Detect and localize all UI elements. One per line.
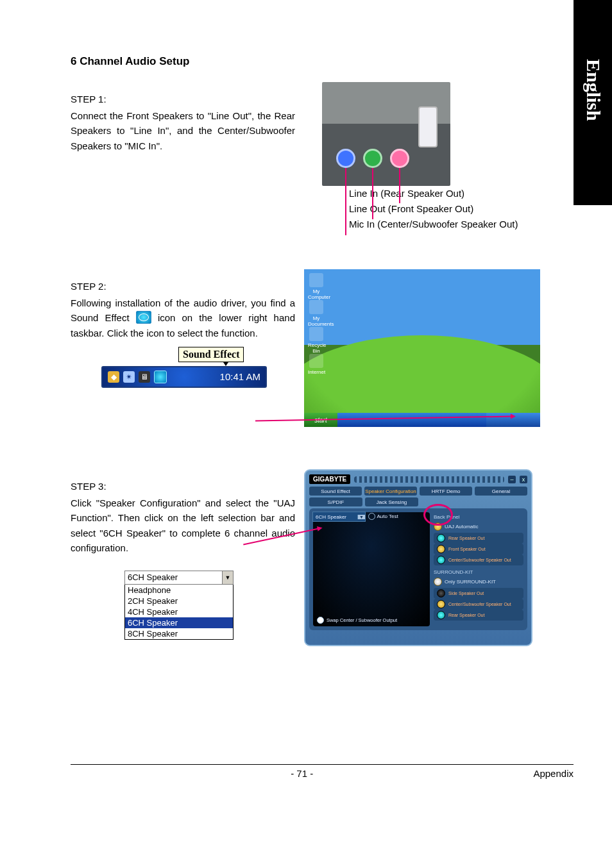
panel-tab[interactable]: General [475, 487, 527, 496]
status-led-icon [437, 589, 445, 597]
line-out-jack-icon [363, 149, 382, 168]
step3-row: STEP 3: Click "Speaker Configuration" an… [71, 469, 545, 646]
dropdown-option[interactable]: Headphone [125, 585, 233, 596]
output-row[interactable]: Center/Subwoofer Speaker Out [434, 599, 523, 610]
swap-label: Swap Center / Subwoofer Output [327, 617, 397, 623]
chevron-down-icon[interactable]: ▼ [357, 515, 365, 519]
panel-tabs-row1: Sound EffectSpeaker ConfigurationHRTF De… [309, 487, 527, 496]
swap-center-sub-radio[interactable]: Swap Center / Subwoofer Output [317, 617, 397, 624]
status-led-icon [437, 556, 445, 564]
mic-in-jack-icon [390, 149, 409, 168]
dropdown-option[interactable]: 4CH Speaker [125, 606, 233, 617]
panel-speaker-select[interactable]: 6CH Speaker ▼ [312, 512, 366, 522]
dropdown-selected[interactable]: 6CH Speaker ▼ [124, 571, 234, 585]
dropdown-selected-label: 6CH Speaker [125, 571, 222, 584]
taskbar-callout: Sound Effect ◆ ✴ 🖥 10:41 AM [101, 347, 267, 388]
output-row[interactable]: Front Speaker Out [434, 544, 523, 555]
uaj-callout-circle [423, 504, 453, 526]
callout-line [399, 168, 400, 203]
tray-icon[interactable]: ✴ [123, 371, 135, 383]
speaker-dropdown[interactable]: 6CH Speaker ▼ Headphone2CH Speaker4CH Sp… [124, 571, 234, 640]
step1-row: STEP 1: Connect the Front Speakers to "L… [71, 82, 545, 232]
page-number: - 71 - [291, 768, 313, 779]
panel-tab[interactable]: HRTF Demo [420, 487, 472, 496]
status-led-icon [437, 600, 445, 608]
content-area: 6 Channel Audio Setup STEP 1: Connect th… [71, 55, 545, 646]
tray-icon[interactable]: ◆ [108, 371, 119, 383]
rear-panel-photo [322, 82, 450, 186]
output-row[interactable]: Center/Subwoofer Speaker Out [434, 555, 523, 565]
taskbar-clock: 10:41 AM [220, 371, 260, 382]
audio-config-panel: GIGABYTE – x Sound EffectSpeaker Configu… [304, 469, 532, 646]
panel-grille-icon [354, 476, 504, 483]
dropdown-arrow-icon[interactable]: ▼ [222, 571, 233, 584]
gigabyte-logo: GIGABYTE [309, 474, 350, 484]
step2-row: STEP 2: Following installation of the au… [71, 269, 545, 427]
step3-text: Click "Speaker Configuration" and select… [71, 496, 295, 555]
desktop-screenshot: My Computer My Documents Recycle Bin Int… [304, 269, 540, 427]
minimize-button[interactable]: – [508, 476, 516, 483]
output-label: Rear Speaker Out [448, 536, 484, 540]
panel-tab[interactable]: Speaker Configuration [364, 487, 417, 496]
language-label: English [582, 59, 604, 121]
panel-tab[interactable]: Jack Sensing [365, 497, 418, 506]
panel-right-column: Back Panel UAJ Automatic Rear Speaker Ou… [434, 512, 523, 626]
status-led-icon [434, 578, 442, 586]
close-button[interactable]: x [520, 476, 527, 483]
step2-text: Following installation of the audio driv… [71, 296, 295, 340]
output-label: Center/Subwoofer Speaker Out [448, 558, 511, 562]
page-title: 6 Channel Audio Setup [71, 55, 545, 68]
mic-in-label: Mic In (Center/Subwoofer Speaker Out) [349, 217, 545, 232]
surround-kit-header: SURROUND-KIT [434, 569, 523, 575]
sound-effect-tooltip: Sound Effect [178, 347, 244, 362]
callout-line [372, 168, 373, 219]
step1-label: STEP 1: [71, 94, 295, 104]
step1-text: Connect the Front Speakers to "Line Out"… [71, 108, 295, 153]
dropdown-option[interactable]: 2CH Speaker [125, 596, 233, 606]
output-label: Rear Speaker Out [448, 613, 484, 617]
desktop-icon[interactable]: My Documents [308, 300, 325, 327]
footer-divider [71, 764, 574, 765]
step2-label: STEP 2: [71, 281, 295, 292]
uaj-label: UAJ Automatic [445, 524, 478, 530]
jack-labels: Line In (Rear Speaker Out) Line Out (Fro… [349, 186, 545, 232]
line-in-label: Line In (Rear Speaker Out) [349, 186, 545, 201]
desktop-icon[interactable]: My Computer [308, 273, 325, 300]
desktop-icon[interactable]: Recycle Bin [308, 327, 325, 354]
line-in-jack-icon [336, 149, 355, 168]
output-row[interactable]: Rear Speaker Out [434, 533, 523, 544]
speaker-room-preview: 6CH Speaker ▼ Auto Test Swap Center / Su… [313, 512, 430, 626]
panel-speaker-select-label: 6CH Speaker [313, 514, 357, 520]
only-surround-kit-row[interactable]: Only SURROUND-KIT [434, 578, 523, 586]
output-row[interactable]: Side Speaker Out [434, 588, 523, 599]
output-row[interactable]: Rear Speaker Out [434, 610, 523, 621]
panel-clip [418, 106, 438, 147]
output-label: Front Speaker Out [448, 547, 486, 551]
sound-effect-icon [136, 311, 151, 324]
desktop-icon[interactable]: Internet [308, 354, 325, 375]
tray-icon[interactable]: 🖥 [139, 371, 150, 383]
auto-test-radio[interactable]: Auto Test [368, 513, 398, 520]
step3-label: STEP 3: [71, 481, 295, 492]
panel-tab[interactable]: Sound Effect [309, 487, 362, 496]
tooltip-pointer-icon [223, 362, 228, 366]
uaj-automatic-row[interactable]: UAJ Automatic [434, 522, 523, 531]
output-label: Center/Subwoofer Speaker Out [448, 602, 511, 606]
dropdown-list[interactable]: Headphone2CH Speaker4CH Speaker6CH Speak… [124, 585, 234, 640]
line-out-label: Line Out (Front Speaker Out) [349, 201, 545, 217]
section-name: Appendix [533, 768, 574, 779]
dropdown-option[interactable]: 8CH Speaker [125, 628, 233, 639]
auto-test-label: Auto Test [377, 513, 398, 519]
callout-line [345, 168, 346, 235]
dropdown-option[interactable]: 6CH Speaker [125, 617, 233, 628]
footer: - 71 - Appendix [71, 768, 574, 779]
status-led-icon [437, 545, 445, 553]
output-label: Side Speaker Out [448, 591, 484, 596]
panel-tab[interactable]: S/PDIF [309, 497, 362, 506]
panel-tabs-row2: S/PDIFJack Sensing [309, 497, 418, 506]
language-side-tab: English [574, 0, 612, 205]
status-led-icon [437, 611, 445, 619]
system-tray: ◆ ✴ 🖥 10:41 AM [101, 366, 267, 388]
status-led-icon [437, 534, 445, 542]
tray-sound-effect-icon[interactable] [154, 371, 167, 383]
